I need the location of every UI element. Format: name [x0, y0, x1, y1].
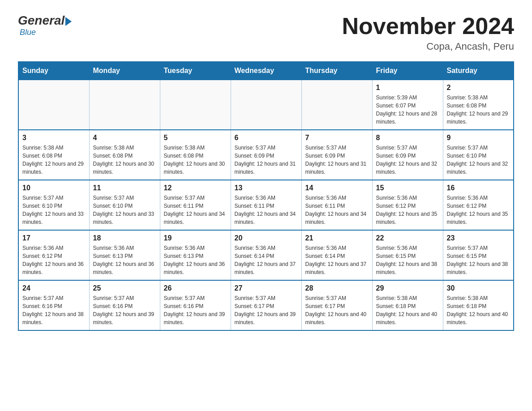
day-number: 27 [235, 284, 298, 292]
day-number: 3 [22, 134, 86, 142]
calendar-cell: 28Sunrise: 5:37 AM Sunset: 6:17 PM Dayli… [301, 280, 372, 330]
day-number: 13 [235, 184, 298, 192]
day-info: Sunrise: 5:37 AM Sunset: 6:09 PM Dayligh… [235, 144, 298, 176]
logo-arrow-icon [65, 17, 72, 26]
day-info: Sunrise: 5:36 AM Sunset: 6:13 PM Dayligh… [93, 244, 156, 276]
day-info: Sunrise: 5:37 AM Sunset: 6:10 PM Dayligh… [93, 194, 156, 226]
day-info: Sunrise: 5:37 AM Sunset: 6:10 PM Dayligh… [447, 144, 510, 176]
calendar-cell: 10Sunrise: 5:37 AM Sunset: 6:10 PM Dayli… [18, 180, 89, 230]
calendar-cell: 25Sunrise: 5:37 AM Sunset: 6:16 PM Dayli… [89, 280, 160, 330]
calendar-cell: 1Sunrise: 5:39 AM Sunset: 6:07 PM Daylig… [372, 80, 443, 130]
calendar-cell: 20Sunrise: 5:36 AM Sunset: 6:14 PM Dayli… [231, 230, 301, 280]
title-section: November 2024 Copa, Ancash, Peru [342, 13, 514, 52]
day-info: Sunrise: 5:38 AM Sunset: 6:08 PM Dayligh… [164, 144, 227, 176]
day-info: Sunrise: 5:37 AM Sunset: 6:16 PM Dayligh… [93, 294, 156, 326]
calendar-cell: 11Sunrise: 5:37 AM Sunset: 6:10 PM Dayli… [89, 180, 160, 230]
day-info: Sunrise: 5:36 AM Sunset: 6:14 PM Dayligh… [305, 244, 369, 276]
day-number: 30 [447, 284, 510, 292]
calendar-cell: 3Sunrise: 5:38 AM Sunset: 6:08 PM Daylig… [18, 130, 89, 180]
day-info: Sunrise: 5:36 AM Sunset: 6:12 PM Dayligh… [22, 244, 86, 276]
calendar-week-row: 3Sunrise: 5:38 AM Sunset: 6:08 PM Daylig… [18, 130, 514, 180]
logo-general-text: General [18, 13, 64, 28]
day-number: 24 [22, 284, 86, 292]
calendar-cell: 14Sunrise: 5:36 AM Sunset: 6:11 PM Dayli… [301, 180, 372, 230]
day-number: 6 [235, 134, 298, 142]
calendar-cell: 23Sunrise: 5:37 AM Sunset: 6:15 PM Dayli… [443, 230, 514, 280]
day-of-week-header: Thursday [301, 62, 372, 80]
day-info: Sunrise: 5:37 AM Sunset: 6:17 PM Dayligh… [235, 294, 298, 326]
day-number: 1 [376, 84, 439, 92]
location-text: Copa, Ancash, Peru [342, 41, 514, 52]
day-number: 5 [164, 134, 227, 142]
day-number: 15 [376, 184, 439, 192]
calendar-cell: 2Sunrise: 5:38 AM Sunset: 6:08 PM Daylig… [443, 80, 514, 130]
calendar-week-row: 17Sunrise: 5:36 AM Sunset: 6:12 PM Dayli… [18, 230, 514, 280]
calendar-cell: 13Sunrise: 5:36 AM Sunset: 6:11 PM Dayli… [231, 180, 301, 230]
day-info: Sunrise: 5:39 AM Sunset: 6:07 PM Dayligh… [376, 94, 439, 126]
day-info: Sunrise: 5:36 AM Sunset: 6:14 PM Dayligh… [235, 244, 298, 276]
day-info: Sunrise: 5:36 AM Sunset: 6:12 PM Dayligh… [376, 194, 439, 226]
day-number: 21 [305, 234, 369, 242]
calendar-cell: 12Sunrise: 5:37 AM Sunset: 6:11 PM Dayli… [160, 180, 231, 230]
calendar-cell: 24Sunrise: 5:37 AM Sunset: 6:16 PM Dayli… [18, 280, 89, 330]
day-number: 7 [305, 134, 369, 142]
calendar-cell: 18Sunrise: 5:36 AM Sunset: 6:13 PM Dayli… [89, 230, 160, 280]
day-number: 16 [447, 184, 510, 192]
day-info: Sunrise: 5:38 AM Sunset: 6:08 PM Dayligh… [93, 144, 156, 176]
day-info: Sunrise: 5:38 AM Sunset: 6:18 PM Dayligh… [376, 294, 439, 326]
logo-blue-text: Blue [20, 28, 36, 37]
calendar-cell: 4Sunrise: 5:38 AM Sunset: 6:08 PM Daylig… [89, 130, 160, 180]
calendar-cell: 29Sunrise: 5:38 AM Sunset: 6:18 PM Dayli… [372, 280, 443, 330]
day-number: 2 [447, 84, 510, 92]
day-of-week-header: Saturday [443, 62, 514, 80]
calendar-cell: 8Sunrise: 5:37 AM Sunset: 6:09 PM Daylig… [372, 130, 443, 180]
day-info: Sunrise: 5:37 AM Sunset: 6:16 PM Dayligh… [22, 294, 86, 326]
calendar-cell: 6Sunrise: 5:37 AM Sunset: 6:09 PM Daylig… [231, 130, 301, 180]
calendar-cell: 22Sunrise: 5:36 AM Sunset: 6:15 PM Dayli… [372, 230, 443, 280]
calendar-cell [18, 80, 89, 130]
calendar-cell: 7Sunrise: 5:37 AM Sunset: 6:09 PM Daylig… [301, 130, 372, 180]
day-number: 22 [376, 234, 439, 242]
day-info: Sunrise: 5:38 AM Sunset: 6:08 PM Dayligh… [447, 94, 510, 126]
day-number: 12 [164, 184, 227, 192]
day-number: 26 [164, 284, 227, 292]
day-number: 23 [447, 234, 510, 242]
day-number: 8 [376, 134, 439, 142]
day-info: Sunrise: 5:37 AM Sunset: 6:16 PM Dayligh… [164, 294, 227, 326]
calendar-cell: 9Sunrise: 5:37 AM Sunset: 6:10 PM Daylig… [443, 130, 514, 180]
day-of-week-header: Sunday [18, 62, 89, 80]
day-info: Sunrise: 5:36 AM Sunset: 6:11 PM Dayligh… [235, 194, 298, 226]
calendar-cell: 26Sunrise: 5:37 AM Sunset: 6:16 PM Dayli… [160, 280, 231, 330]
calendar-cell: 17Sunrise: 5:36 AM Sunset: 6:12 PM Dayli… [18, 230, 89, 280]
calendar-cell [89, 80, 160, 130]
day-number: 25 [93, 284, 156, 292]
day-of-week-header: Monday [89, 62, 160, 80]
day-of-week-header: Friday [372, 62, 443, 80]
day-number: 28 [305, 284, 369, 292]
calendar-cell: 27Sunrise: 5:37 AM Sunset: 6:17 PM Dayli… [231, 280, 301, 330]
day-number: 20 [235, 234, 298, 242]
day-number: 29 [376, 284, 439, 292]
day-of-week-header: Tuesday [160, 62, 231, 80]
day-of-week-header: Wednesday [231, 62, 301, 80]
calendar-cell: 5Sunrise: 5:38 AM Sunset: 6:08 PM Daylig… [160, 130, 231, 180]
day-number: 10 [22, 184, 86, 192]
calendar-cell [160, 80, 231, 130]
calendar-week-row: 24Sunrise: 5:37 AM Sunset: 6:16 PM Dayli… [18, 280, 514, 330]
day-info: Sunrise: 5:37 AM Sunset: 6:11 PM Dayligh… [164, 194, 227, 226]
calendar-cell: 21Sunrise: 5:36 AM Sunset: 6:14 PM Dayli… [301, 230, 372, 280]
calendar-table: SundayMondayTuesdayWednesdayThursdayFrid… [18, 61, 514, 331]
day-info: Sunrise: 5:38 AM Sunset: 6:18 PM Dayligh… [447, 294, 510, 326]
day-number: 18 [93, 234, 156, 242]
day-info: Sunrise: 5:36 AM Sunset: 6:11 PM Dayligh… [305, 194, 369, 226]
logo: General Blue [18, 13, 72, 37]
day-number: 19 [164, 234, 227, 242]
day-info: Sunrise: 5:36 AM Sunset: 6:15 PM Dayligh… [376, 244, 439, 276]
day-number: 9 [447, 134, 510, 142]
page-header: General Blue November 2024 Copa, Ancash,… [18, 13, 514, 52]
calendar-cell [301, 80, 372, 130]
calendar-header-row: SundayMondayTuesdayWednesdayThursdayFrid… [18, 62, 514, 80]
day-info: Sunrise: 5:37 AM Sunset: 6:09 PM Dayligh… [305, 144, 369, 176]
day-number: 17 [22, 234, 86, 242]
day-info: Sunrise: 5:36 AM Sunset: 6:13 PM Dayligh… [164, 244, 227, 276]
